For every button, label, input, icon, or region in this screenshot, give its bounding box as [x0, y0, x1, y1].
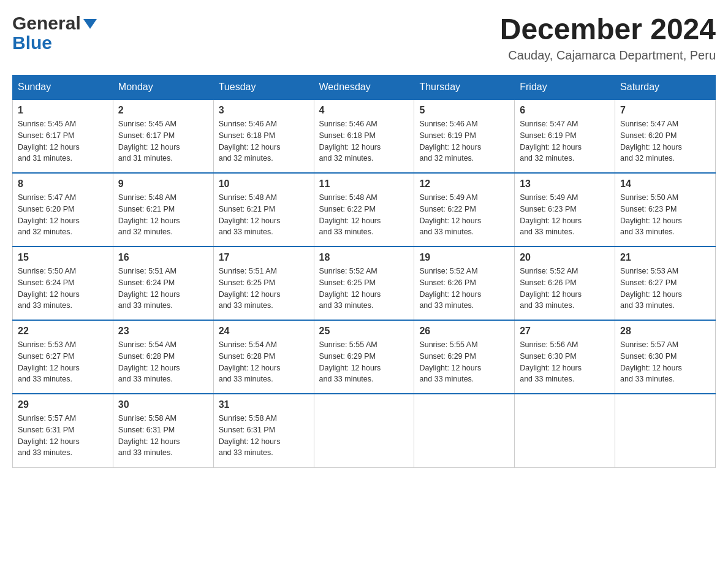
day-info: Sunrise: 5:58 AM Sunset: 6:31 PM Dayligh… [219, 413, 309, 459]
day-number: 26 [419, 326, 509, 337]
day-info: Sunrise: 5:45 AM Sunset: 6:17 PM Dayligh… [18, 118, 108, 164]
day-info: Sunrise: 5:54 AM Sunset: 6:28 PM Dayligh… [219, 339, 309, 385]
table-row: 10 Sunrise: 5:48 AM Sunset: 6:21 PM Dayl… [213, 173, 314, 247]
table-row: 2 Sunrise: 5:45 AM Sunset: 6:17 PM Dayli… [113, 99, 213, 173]
col-monday: Monday [113, 75, 213, 100]
day-number: 23 [118, 326, 208, 337]
day-number: 18 [319, 252, 409, 263]
day-number: 1 [18, 105, 108, 116]
day-number: 8 [18, 178, 108, 190]
table-row: 23 Sunrise: 5:54 AM Sunset: 6:28 PM Dayl… [113, 320, 213, 394]
table-row: 27 Sunrise: 5:56 AM Sunset: 6:30 PM Dayl… [515, 320, 615, 394]
table-row: 8 Sunrise: 5:47 AM Sunset: 6:20 PM Dayli… [13, 173, 113, 247]
day-number: 11 [319, 178, 409, 190]
table-row: 26 Sunrise: 5:55 AM Sunset: 6:29 PM Dayl… [414, 320, 515, 394]
day-info: Sunrise: 5:55 AM Sunset: 6:29 PM Dayligh… [419, 339, 509, 385]
day-info: Sunrise: 5:58 AM Sunset: 6:31 PM Dayligh… [118, 413, 208, 459]
logo-triangle-icon [83, 12, 97, 33]
day-number: 19 [419, 252, 509, 263]
day-info: Sunrise: 5:54 AM Sunset: 6:28 PM Dayligh… [118, 339, 208, 385]
table-row: 25 Sunrise: 5:55 AM Sunset: 6:29 PM Dayl… [314, 320, 414, 394]
day-info: Sunrise: 5:52 AM Sunset: 6:26 PM Dayligh… [419, 266, 509, 312]
table-row: 6 Sunrise: 5:47 AM Sunset: 6:19 PM Dayli… [515, 99, 615, 173]
col-thursday: Thursday [414, 75, 515, 100]
day-info: Sunrise: 5:46 AM Sunset: 6:18 PM Dayligh… [219, 118, 309, 164]
svg-marker-0 [83, 19, 97, 29]
table-row: 21 Sunrise: 5:53 AM Sunset: 6:27 PM Dayl… [615, 247, 716, 320]
day-info: Sunrise: 5:56 AM Sunset: 6:30 PM Dayligh… [520, 339, 610, 385]
table-row: 12 Sunrise: 5:49 AM Sunset: 6:22 PM Dayl… [414, 173, 515, 247]
table-row: 19 Sunrise: 5:52 AM Sunset: 6:26 PM Dayl… [414, 247, 515, 320]
table-row [615, 394, 716, 467]
table-row: 24 Sunrise: 5:54 AM Sunset: 6:28 PM Dayl… [213, 320, 314, 394]
day-info: Sunrise: 5:46 AM Sunset: 6:18 PM Dayligh… [319, 118, 409, 164]
day-info: Sunrise: 5:47 AM Sunset: 6:19 PM Dayligh… [520, 118, 610, 164]
day-number: 6 [520, 105, 610, 116]
location-subtitle: Cauday, Cajamarca Department, Peru [500, 48, 716, 63]
day-number: 21 [620, 252, 710, 263]
day-info: Sunrise: 5:50 AM Sunset: 6:24 PM Dayligh… [18, 266, 108, 312]
table-row: 9 Sunrise: 5:48 AM Sunset: 6:21 PM Dayli… [113, 173, 213, 247]
table-row: 16 Sunrise: 5:51 AM Sunset: 6:24 PM Dayl… [113, 247, 213, 320]
table-row: 30 Sunrise: 5:58 AM Sunset: 6:31 PM Dayl… [113, 394, 213, 467]
day-number: 10 [219, 178, 309, 190]
day-info: Sunrise: 5:57 AM Sunset: 6:31 PM Dayligh… [18, 413, 108, 459]
col-friday: Friday [515, 75, 615, 100]
day-number: 16 [118, 252, 208, 263]
day-info: Sunrise: 5:49 AM Sunset: 6:22 PM Dayligh… [419, 192, 509, 238]
table-row: 13 Sunrise: 5:49 AM Sunset: 6:23 PM Dayl… [515, 173, 615, 247]
day-number: 4 [319, 105, 409, 116]
day-number: 3 [219, 105, 309, 116]
day-number: 28 [620, 326, 710, 337]
calendar-week-row: 8 Sunrise: 5:47 AM Sunset: 6:20 PM Dayli… [13, 173, 716, 247]
day-info: Sunrise: 5:53 AM Sunset: 6:27 PM Dayligh… [18, 339, 108, 385]
table-row: 14 Sunrise: 5:50 AM Sunset: 6:23 PM Dayl… [615, 173, 716, 247]
day-info: Sunrise: 5:53 AM Sunset: 6:27 PM Dayligh… [620, 266, 710, 312]
day-info: Sunrise: 5:48 AM Sunset: 6:22 PM Dayligh… [319, 192, 409, 238]
calendar-week-row: 15 Sunrise: 5:50 AM Sunset: 6:24 PM Dayl… [13, 247, 716, 320]
table-row [314, 394, 414, 467]
table-row: 15 Sunrise: 5:50 AM Sunset: 6:24 PM Dayl… [13, 247, 113, 320]
day-info: Sunrise: 5:47 AM Sunset: 6:20 PM Dayligh… [620, 118, 710, 164]
day-info: Sunrise: 5:51 AM Sunset: 6:24 PM Dayligh… [118, 266, 208, 312]
logo: General Blue [12, 12, 97, 53]
day-number: 17 [219, 252, 309, 263]
day-info: Sunrise: 5:50 AM Sunset: 6:23 PM Dayligh… [620, 192, 710, 238]
day-number: 24 [219, 326, 309, 337]
day-number: 29 [18, 399, 108, 410]
page-header: General Blue December 2024 Cauday, Cajam… [12, 12, 716, 63]
col-saturday: Saturday [615, 75, 716, 100]
day-info: Sunrise: 5:49 AM Sunset: 6:23 PM Dayligh… [520, 192, 610, 238]
day-number: 30 [118, 399, 208, 410]
day-number: 15 [18, 252, 108, 263]
table-row [515, 394, 615, 467]
table-row: 5 Sunrise: 5:46 AM Sunset: 6:19 PM Dayli… [414, 99, 515, 173]
table-row: 29 Sunrise: 5:57 AM Sunset: 6:31 PM Dayl… [13, 394, 113, 467]
logo-blue: Blue [12, 33, 52, 53]
day-number: 27 [520, 326, 610, 337]
table-row: 1 Sunrise: 5:45 AM Sunset: 6:17 PM Dayli… [13, 99, 113, 173]
day-info: Sunrise: 5:46 AM Sunset: 6:19 PM Dayligh… [419, 118, 509, 164]
table-row: 3 Sunrise: 5:46 AM Sunset: 6:18 PM Dayli… [213, 99, 314, 173]
table-row: 11 Sunrise: 5:48 AM Sunset: 6:22 PM Dayl… [314, 173, 414, 247]
col-tuesday: Tuesday [213, 75, 314, 100]
day-info: Sunrise: 5:45 AM Sunset: 6:17 PM Dayligh… [118, 118, 208, 164]
day-info: Sunrise: 5:52 AM Sunset: 6:26 PM Dayligh… [520, 266, 610, 312]
day-info: Sunrise: 5:52 AM Sunset: 6:25 PM Dayligh… [319, 266, 409, 312]
day-number: 9 [118, 178, 208, 190]
calendar-table: Sunday Monday Tuesday Wednesday Thursday… [12, 75, 716, 468]
calendar-week-row: 22 Sunrise: 5:53 AM Sunset: 6:27 PM Dayl… [13, 320, 716, 394]
calendar-header-row: Sunday Monday Tuesday Wednesday Thursday… [13, 75, 716, 100]
table-row: 7 Sunrise: 5:47 AM Sunset: 6:20 PM Dayli… [615, 99, 716, 173]
title-area: December 2024 Cauday, Cajamarca Departme… [500, 12, 716, 63]
day-number: 5 [419, 105, 509, 116]
month-title: December 2024 [500, 12, 716, 46]
day-number: 2 [118, 105, 208, 116]
day-info: Sunrise: 5:57 AM Sunset: 6:30 PM Dayligh… [620, 339, 710, 385]
col-wednesday: Wednesday [314, 75, 414, 100]
day-number: 25 [319, 326, 409, 337]
day-info: Sunrise: 5:47 AM Sunset: 6:20 PM Dayligh… [18, 192, 108, 238]
day-number: 14 [620, 178, 710, 190]
day-number: 13 [520, 178, 610, 190]
day-number: 22 [18, 326, 108, 337]
